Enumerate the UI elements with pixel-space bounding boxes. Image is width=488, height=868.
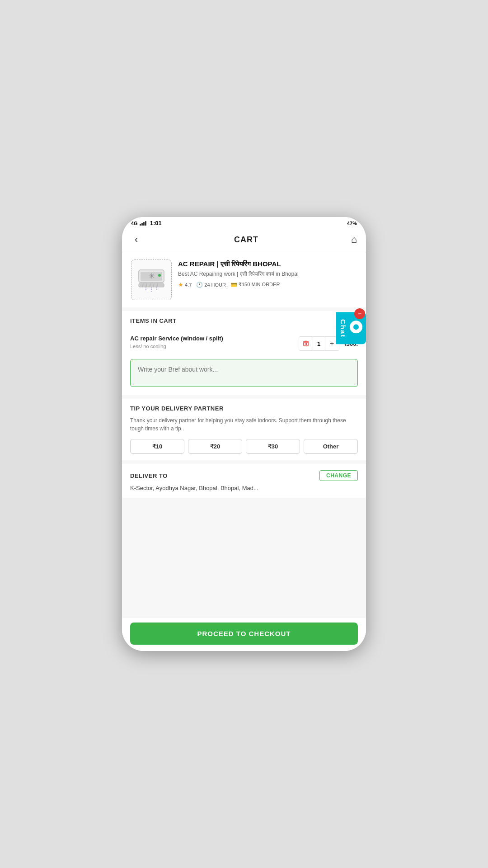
deliver-header: DELIVER TO CHANGE — [130, 470, 358, 481]
svg-rect-13 — [304, 342, 308, 346]
tip-other[interactable]: Other — [304, 439, 358, 454]
quantity-value: 1 — [313, 336, 325, 351]
change-address-button[interactable]: CHANGE — [319, 470, 358, 481]
tip-section: TIP YOUR DELIVERY PARTNER Thank your del… — [122, 399, 366, 460]
header: ‹ CART ⌂ — [122, 228, 366, 252]
hours-item: 🕐 24 HOUR — [196, 282, 226, 288]
tip-description: Thank your delivery partner for helping … — [130, 416, 358, 433]
delivery-address: K-Sector, Ayodhya Nagar, Bhopal, Bhopal,… — [130, 485, 358, 491]
signal-bar-1 — [140, 224, 141, 226]
svg-point-3 — [158, 274, 161, 277]
tip-20[interactable]: ₹20 — [188, 439, 242, 454]
cart-item: AC repair Service (window / split) Less/… — [130, 335, 358, 351]
back-button[interactable]: ‹ — [131, 232, 141, 247]
page-title: CART — [234, 235, 258, 245]
tip-10[interactable]: ₹10 — [130, 439, 184, 454]
chat-notification-badge: − — [354, 308, 365, 319]
tip-options: ₹10 ₹20 ₹30 Other — [130, 439, 358, 454]
chat-circle — [350, 321, 362, 334]
chat-widget[interactable]: − Chat — [336, 312, 366, 344]
status-right: 47% — [347, 221, 357, 226]
cart-items-section: ITEMS IN CART AC repair Service (window … — [122, 311, 366, 395]
service-meta: ★ 4.7 🕐 24 HOUR 💳 ₹150 MIN ORDER — [178, 281, 357, 288]
rating-item: ★ 4.7 — [178, 281, 192, 288]
battery-label: 47% — [347, 221, 357, 226]
cart-item-name: AC repair Service (window / split) — [130, 335, 294, 343]
checkout-button[interactable]: PROCEED TO CHECKOUT — [130, 623, 358, 645]
signal-bars — [140, 221, 146, 226]
cart-item-info: AC repair Service (window / split) Less/… — [130, 335, 294, 349]
cart-section-title: ITEMS IN CART — [130, 317, 358, 328]
min-order-value: ₹150 MIN ORDER — [239, 282, 280, 288]
status-left: 4G 1:01 — [131, 220, 162, 226]
ac-unit-icon: ✳ — [136, 264, 167, 295]
min-order-item: 💳 ₹150 MIN ORDER — [230, 282, 280, 288]
service-image: ✳ — [131, 259, 172, 300]
hours-value: 24 HOUR — [204, 282, 226, 288]
rating-value: 4.7 — [185, 282, 192, 288]
chat-dot-icon — [353, 325, 359, 330]
service-name: AC REPAIR | एसी रिपेयरिंग BHOPAL — [178, 259, 357, 269]
brief-input[interactable] — [130, 359, 358, 387]
checkout-bar: PROCEED TO CHECKOUT — [122, 618, 366, 651]
svg-text:✳: ✳ — [149, 272, 155, 280]
delete-button[interactable] — [299, 336, 313, 351]
time-label: 1:01 — [150, 220, 162, 226]
tip-30[interactable]: ₹30 — [246, 439, 300, 454]
deliver-title: DELIVER TO — [130, 472, 168, 479]
wallet-icon: 💳 — [230, 282, 237, 288]
signal-bar-3 — [143, 222, 145, 226]
quantity-controls: 1 + — [299, 336, 339, 351]
deliver-section: DELIVER TO CHANGE K-Sector, Ayodhya Naga… — [122, 464, 366, 498]
service-info: AC REPAIR | एसी रिपेयरिंग BHOPAL Best AC… — [178, 259, 357, 288]
cart-item-sub: Less/ no cooling — [130, 344, 294, 349]
signal-bar-4 — [145, 221, 146, 226]
trash-icon — [303, 340, 309, 347]
tip-title: TIP YOUR DELIVERY PARTNER — [130, 405, 358, 412]
home-icon[interactable]: ⌂ — [351, 234, 357, 245]
chat-label: Chat — [339, 319, 347, 338]
status-bar: 4G 1:01 47% — [122, 217, 366, 228]
service-card: ✳ AC REPAIR | ए — [122, 252, 366, 307]
star-icon: ★ — [178, 281, 183, 288]
signal-bar-2 — [141, 223, 143, 226]
main-content: ✳ AC REPAIR | ए — [122, 252, 366, 651]
clock-icon: 🕐 — [196, 282, 203, 288]
service-description: Best AC Repairing work | एसी रिपेयरिंग क… — [178, 270, 357, 278]
network-label: 4G — [131, 221, 138, 226]
phone-frame: 4G 1:01 47% ‹ CART ⌂ — [122, 217, 366, 651]
